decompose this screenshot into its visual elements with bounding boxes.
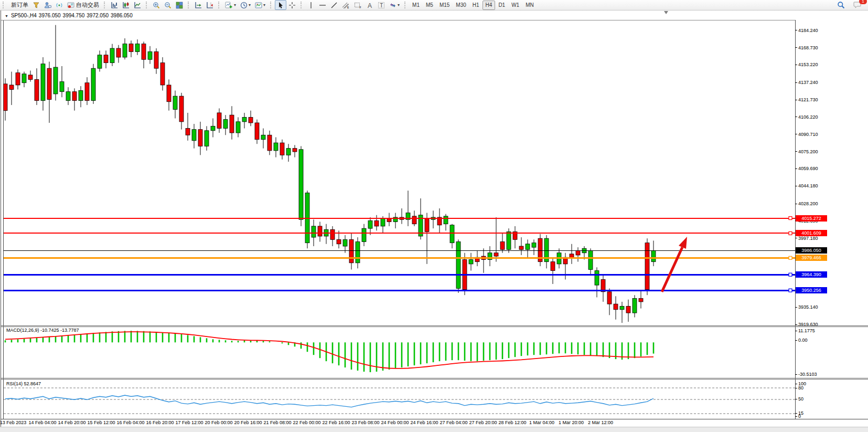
signals-icon[interactable] bbox=[53, 0, 65, 10]
candle-body[interactable] bbox=[330, 229, 335, 239]
candle-body[interactable] bbox=[223, 120, 228, 129]
timeframe-d1[interactable]: D1 bbox=[495, 1, 508, 10]
candle-body[interactable] bbox=[47, 68, 51, 99]
candle-body[interactable] bbox=[167, 85, 171, 102]
candle-body[interactable] bbox=[456, 242, 460, 289]
candle-body[interactable] bbox=[519, 246, 523, 249]
candle-body[interactable] bbox=[53, 67, 58, 94]
candle-body[interactable] bbox=[387, 218, 391, 222]
candle-body[interactable] bbox=[274, 143, 278, 151]
candle-body[interactable] bbox=[299, 150, 303, 219]
fibonacci-tool[interactable]: E bbox=[340, 0, 352, 10]
candle-body[interactable] bbox=[186, 129, 190, 135]
collapse-panel-icon[interactable]: ▼ bbox=[5, 14, 8, 18]
candle-body[interactable] bbox=[28, 75, 33, 79]
candlestick-chart-icon[interactable] bbox=[120, 0, 132, 10]
price-line-label[interactable]: 3986.050 bbox=[796, 247, 827, 254]
templates-button-caret-icon[interactable]: ▾ bbox=[263, 3, 265, 7]
periods-button[interactable]: ▾ bbox=[238, 0, 253, 10]
candle-body[interactable] bbox=[286, 149, 291, 155]
candle-body[interactable] bbox=[211, 126, 215, 130]
tile-windows-icon[interactable] bbox=[174, 0, 185, 10]
candle-body[interactable] bbox=[425, 218, 429, 231]
candle-body[interactable] bbox=[135, 44, 140, 52]
candle-body[interactable] bbox=[349, 239, 353, 262]
candle-body[interactable] bbox=[148, 51, 152, 59]
candle-body[interactable] bbox=[526, 244, 530, 250]
annotation-arrow-head[interactable] bbox=[679, 237, 687, 249]
line-chart-icon[interactable] bbox=[132, 0, 143, 10]
timeframe-mn[interactable]: MN bbox=[522, 1, 537, 10]
candle-body[interactable] bbox=[154, 51, 158, 68]
chart-plot[interactable] bbox=[4, 20, 795, 419]
zoom-in-icon[interactable] bbox=[151, 0, 162, 10]
shapes-tool[interactable]: ▾ bbox=[387, 0, 402, 10]
candle-body[interactable] bbox=[179, 96, 184, 122]
candle-body[interactable] bbox=[267, 135, 272, 151]
candle-body[interactable] bbox=[639, 299, 643, 302]
trendline-tool[interactable] bbox=[328, 0, 340, 10]
candle-body[interactable] bbox=[626, 306, 630, 313]
candle-body[interactable] bbox=[230, 115, 234, 133]
price-line-label[interactable]: 3964.390 bbox=[796, 271, 827, 278]
zoom-out-icon[interactable] bbox=[162, 0, 174, 10]
candle-body[interactable] bbox=[22, 74, 26, 83]
candle-body[interactable] bbox=[217, 113, 221, 129]
candle-body[interactable] bbox=[374, 220, 379, 226]
timeframe-m15[interactable]: M15 bbox=[436, 1, 453, 10]
price-line-label[interactable]: 4001.609 bbox=[796, 230, 827, 236]
label-tool[interactable]: T bbox=[376, 0, 387, 10]
timeframe-w1[interactable]: W1 bbox=[508, 1, 522, 10]
annotation-arrow-shaft[interactable] bbox=[662, 247, 682, 292]
candle-body[interactable] bbox=[9, 85, 14, 89]
periods-button-caret-icon[interactable]: ▾ bbox=[249, 3, 251, 7]
candle-body[interactable] bbox=[72, 92, 77, 101]
auto-scroll-icon[interactable] bbox=[192, 0, 204, 10]
candle-body[interactable] bbox=[192, 130, 196, 141]
hline-anchor-handle[interactable] bbox=[789, 256, 792, 259]
search-icon[interactable] bbox=[835, 0, 847, 10]
vertical-line-tool[interactable] bbox=[305, 0, 317, 10]
price-line-label[interactable]: 4015.272 bbox=[796, 215, 827, 222]
new-order-button[interactable]: 新订单 bbox=[7, 0, 30, 10]
hline-anchor-handle[interactable] bbox=[789, 231, 792, 235]
candle-body[interactable] bbox=[343, 239, 347, 246]
candle-body[interactable] bbox=[500, 242, 505, 250]
candle-body[interactable] bbox=[249, 117, 253, 123]
chart-title[interactable]: ▼SP500-,H43976.0503994.7503972.0503986.0… bbox=[5, 13, 135, 18]
candle-body[interactable] bbox=[645, 243, 649, 290]
candle-body[interactable] bbox=[160, 63, 165, 85]
channel-tool[interactable]: F bbox=[352, 0, 364, 10]
horizontal-line-tool[interactable] bbox=[317, 0, 328, 10]
add-indicator-button[interactable]: ▾ bbox=[223, 0, 238, 10]
candle-body[interactable] bbox=[35, 79, 39, 100]
candle-body[interactable] bbox=[255, 123, 259, 140]
candle-body[interactable] bbox=[362, 228, 366, 241]
candle-body[interactable] bbox=[205, 131, 209, 146]
candle-body[interactable] bbox=[198, 130, 202, 146]
candle-body[interactable] bbox=[60, 82, 64, 92]
bar-chart-icon[interactable] bbox=[109, 0, 120, 10]
crosshair-tool[interactable] bbox=[286, 0, 298, 10]
candle-body[interactable] bbox=[91, 68, 95, 100]
candle-body[interactable] bbox=[66, 92, 70, 101]
candle-body[interactable] bbox=[85, 83, 89, 101]
candle-body[interactable] bbox=[412, 216, 416, 224]
candle-body[interactable] bbox=[620, 306, 624, 309]
candle-body[interactable] bbox=[261, 135, 265, 139]
timeframe-m1[interactable]: M1 bbox=[409, 1, 423, 10]
candle-body[interactable] bbox=[337, 239, 341, 244]
candle-body[interactable] bbox=[104, 55, 108, 63]
candle-body[interactable] bbox=[242, 117, 247, 121]
candle-body[interactable] bbox=[368, 220, 372, 228]
candle-body[interactable] bbox=[595, 271, 599, 286]
order-funnel-icon[interactable] bbox=[30, 0, 42, 10]
shapes-tool-caret-icon[interactable]: ▾ bbox=[398, 3, 400, 7]
candle-body[interactable] bbox=[236, 122, 240, 133]
candle-body[interactable] bbox=[444, 216, 448, 224]
candle-body[interactable] bbox=[614, 304, 618, 310]
candle-body[interactable] bbox=[41, 64, 45, 101]
candle-body[interactable] bbox=[123, 44, 127, 57]
autotrading-button[interactable]: 自动交易 bbox=[65, 0, 101, 10]
profile-icon[interactable] bbox=[42, 0, 53, 10]
